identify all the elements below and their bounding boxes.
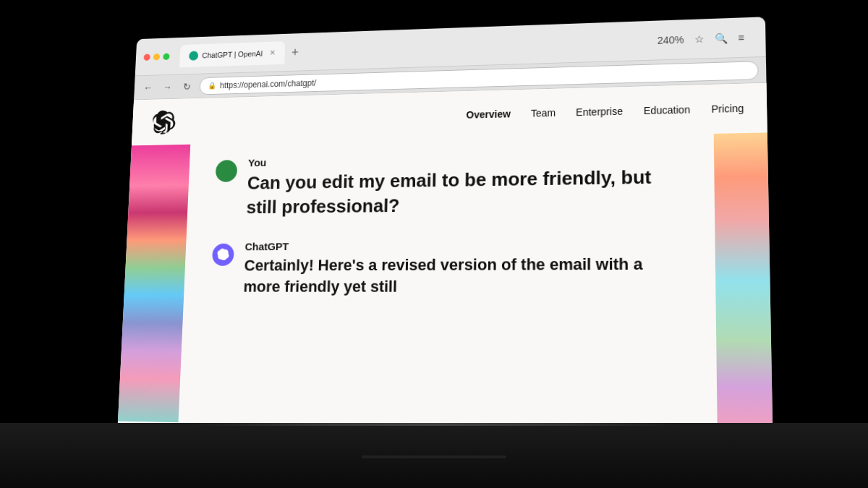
forward-button[interactable]: → — [160, 80, 175, 95]
scene: ChatGPT | OpenAI ✕ + 240% ☆ 🔍 ≡ ← → ↻ — [0, 0, 868, 488]
user-avatar — [216, 160, 238, 182]
browser-top-actions: 240% ☆ 🔍 ≡ — [645, 31, 756, 46]
right-strip-image — [714, 132, 773, 433]
user-message-content: You Can you edit my email to be more fri… — [246, 149, 684, 220]
user-message-row: You Can you edit my email to be more fri… — [214, 149, 684, 221]
keyboard-area — [0, 423, 868, 488]
laptop-wrapper: ChatGPT | OpenAI ✕ + 240% ☆ 🔍 ≡ ← → ↻ — [116, 17, 773, 466]
user-message-text: Can you edit my email to be more friendl… — [246, 164, 684, 220]
nav-enterprise[interactable]: Enterprise — [576, 106, 623, 118]
minimize-window-button[interactable] — [153, 53, 160, 60]
left-decorative-strip: ChatGPT — [118, 145, 190, 422]
lock-icon: 🔒 — [208, 82, 216, 90]
assistant-message-content: ChatGPT Certainly! Here's a revised vers… — [243, 238, 685, 298]
assistant-message-text: Certainly! Here's a revised version of t… — [243, 253, 685, 297]
active-tab[interactable]: ChatGPT | OpenAI ✕ — [179, 41, 285, 67]
tab-favicon — [189, 51, 198, 60]
refresh-button[interactable]: ↻ — [179, 79, 195, 94]
nav-overview[interactable]: Overview — [466, 108, 511, 121]
browser-search-icon[interactable]: 🔍 — [715, 32, 728, 43]
url-text: https://openai.com/chatgpt/ — [220, 78, 317, 90]
tab-title: ChatGPT | OpenAI — [202, 49, 263, 59]
main-content-area: ChatGPT You Can you edit my email to be … — [118, 132, 773, 433]
nav-education[interactable]: Education — [644, 104, 691, 116]
fullscreen-window-button[interactable] — [163, 53, 169, 59]
assistant-message-row: ChatGPT Certainly! Here's a revised vers… — [210, 238, 685, 298]
nav-pricing[interactable]: Pricing — [711, 103, 744, 115]
browser-window: ChatGPT | OpenAI ✕ + 240% ☆ 🔍 ≡ ← → ↻ — [116, 17, 773, 466]
keyboard-surface — [0, 426, 868, 488]
nav-team[interactable]: Team — [531, 107, 556, 119]
chatgpt-avatar — [212, 244, 234, 266]
close-tab-button[interactable]: ✕ — [269, 48, 276, 57]
trackpad-outline — [362, 455, 506, 458]
website-content: Overview Team Enterprise Education Prici — [116, 83, 773, 466]
openai-logo[interactable] — [152, 110, 176, 134]
back-button[interactable]: ← — [140, 80, 156, 95]
star-icon[interactable]: ☆ — [694, 33, 705, 44]
zoom-level: 240% — [658, 33, 684, 46]
right-decorative-strip — [714, 132, 773, 433]
browser-menu-icon[interactable]: ≡ — [738, 32, 744, 43]
left-strip-image — [118, 145, 190, 422]
new-tab-button[interactable]: + — [287, 46, 302, 58]
nav-links: Overview Team Enterprise Education Prici — [466, 103, 744, 121]
window-controls — [143, 53, 169, 60]
chat-messages: You Can you edit my email to be more fri… — [179, 134, 718, 432]
close-window-button[interactable] — [143, 53, 150, 60]
assistant-sender-label: ChatGPT — [244, 238, 684, 253]
